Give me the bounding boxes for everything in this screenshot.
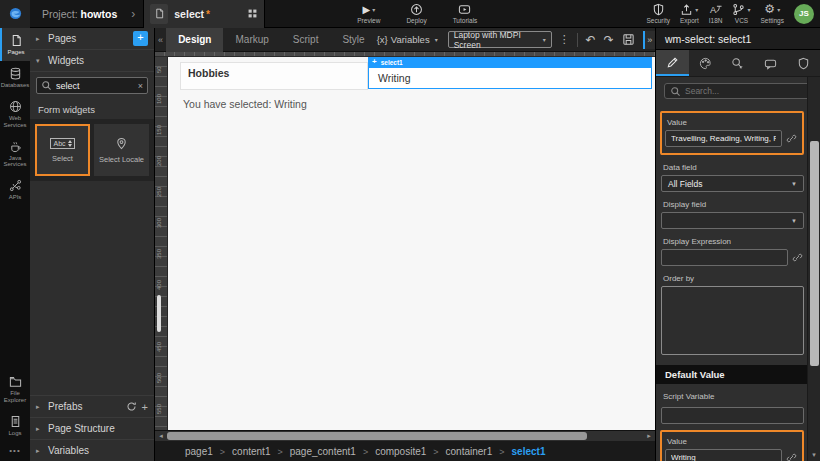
collapse-right-panel-icon[interactable]: »	[643, 31, 655, 49]
order-by-textarea[interactable]	[661, 286, 804, 355]
preview-button[interactable]: ▶▾ Preview	[357, 3, 380, 24]
widget-tile-select-locale[interactable]: Select Locale	[94, 124, 149, 176]
widgets-section-header[interactable]: ▾ Widgets	[30, 50, 154, 72]
device-selector[interactable]: Laptop with MDPI Screen ▾	[448, 31, 552, 48]
breadcrumb-page-content1[interactable]: page_content1	[290, 446, 375, 457]
hobbies-caption[interactable]: Hobbies	[180, 62, 368, 90]
select-widget-icon: Abc	[50, 138, 74, 149]
sidebar-item-pages[interactable]: Pages	[0, 28, 30, 61]
refresh-icon[interactable]	[126, 401, 137, 412]
scrollbar-track[interactable]	[167, 431, 643, 442]
collapse-left-panel-icon[interactable]: «	[155, 35, 166, 45]
properties-tabs	[656, 50, 820, 77]
i18n-button[interactable]: A I18N	[709, 3, 723, 24]
bind-icon[interactable]	[786, 452, 798, 461]
sidebar-item-web-services[interactable]: Web Services	[0, 94, 30, 134]
api-nodes-icon	[9, 179, 22, 192]
variables-dropdown[interactable]: {x} Variables ▾	[377, 34, 438, 45]
add-page-button[interactable]: +	[133, 31, 148, 46]
gear-icon: ⚙	[764, 3, 775, 16]
tab-styles[interactable]	[689, 50, 722, 76]
widget-tile-select[interactable]: Abc Select	[35, 124, 90, 176]
sidebar-item-java-services[interactable]: Java Services	[0, 134, 30, 174]
breadcrumb-container1[interactable]: container1	[446, 446, 512, 457]
page-structure-section-header[interactable]: ▸ Page Structure	[30, 417, 154, 439]
history-controls: ↶ ↷	[586, 33, 635, 47]
value-input[interactable]	[665, 130, 782, 147]
play-icon: ▶	[362, 4, 370, 15]
left-panel-bottom: ▸ Prefabs + ▸ Page Structure ▸ Variables	[30, 395, 154, 461]
tab-script[interactable]: Script	[281, 28, 331, 52]
triangle-right-icon: ▸	[36, 425, 43, 433]
clear-search-icon[interactable]: ×	[138, 81, 143, 91]
scroll-down-arrow[interactable]: ▾	[808, 451, 820, 459]
tab-properties[interactable]	[656, 50, 689, 76]
tab-messages[interactable]	[754, 50, 787, 76]
save-icon[interactable]	[622, 33, 635, 46]
vcs-button[interactable]: ▾ VCS	[732, 3, 750, 24]
chevron-down-icon: ▼	[791, 218, 797, 224]
search-cursor-icon	[731, 57, 744, 70]
page-tab-label: select	[174, 8, 204, 20]
user-avatar[interactable]: JS	[794, 4, 814, 24]
display-field-select[interactable]: ▼	[661, 212, 804, 229]
redo-icon[interactable]: ↷	[604, 33, 614, 47]
select1-widget-value[interactable]: Writing	[368, 67, 652, 89]
folder-icon	[9, 375, 22, 388]
select1-widget-tag[interactable]: + select1	[368, 57, 652, 67]
default-value-section-header[interactable]: Default Value	[656, 365, 820, 384]
video-icon	[458, 3, 471, 16]
data-field-label: Data field	[663, 163, 804, 172]
export-button[interactable]: ▾ Export	[680, 3, 699, 24]
breadcrumb-select1[interactable]: select1	[512, 446, 546, 457]
grid-icon[interactable]	[247, 8, 258, 19]
tab-design[interactable]: Design	[166, 28, 223, 52]
settings-button[interactable]: ⚙▾ Settings	[761, 3, 785, 24]
sidebar-item-apis[interactable]: APIs	[0, 173, 30, 206]
security-button[interactable]: Security	[646, 3, 669, 24]
script-variable-input[interactable]	[661, 407, 804, 424]
bind-icon[interactable]	[786, 133, 798, 144]
breadcrumb-page1[interactable]: page1	[185, 446, 232, 457]
canvas-vertical-scrollbar[interactable]	[157, 295, 161, 332]
wavemaker-logo[interactable]	[0, 0, 30, 28]
scrollbar-thumb[interactable]	[167, 432, 587, 440]
tutorials-button[interactable]: Tutorials	[453, 3, 478, 24]
sidebar-item-file-explorer[interactable]: File Explorer	[0, 369, 30, 409]
selected-message: You have selected: Writing	[183, 98, 307, 110]
widget-search-input[interactable]	[56, 81, 134, 91]
pages-section-header[interactable]: ▸ Pages +	[30, 28, 154, 50]
tab-inspect[interactable]	[722, 50, 755, 76]
deploy-button[interactable]: Deploy	[406, 3, 426, 24]
prefabs-section-header[interactable]: ▸ Prefabs +	[30, 395, 154, 417]
properties-search-box	[664, 83, 812, 99]
undo-icon[interactable]: ↶	[586, 33, 596, 47]
translate-icon: A	[709, 3, 722, 16]
default-value-input[interactable]	[665, 449, 782, 461]
tab-style[interactable]: Style	[330, 28, 376, 52]
deploy-icon	[410, 3, 423, 16]
properties-search-input[interactable]	[685, 86, 806, 96]
scroll-left-arrow[interactable]: ◂	[155, 432, 167, 440]
display-expression-input[interactable]	[661, 249, 788, 266]
properties-scrollbar-thumb[interactable]	[810, 141, 819, 366]
tab-security[interactable]	[787, 50, 820, 76]
bind-icon[interactable]	[792, 252, 804, 263]
data-field-select[interactable]: All Fields ▼	[661, 175, 804, 192]
sidebar-item-logs[interactable]: Logs	[0, 409, 30, 442]
breadcrumb-content1[interactable]: content1	[232, 446, 290, 457]
more-options-icon[interactable]: ⋮	[559, 33, 570, 46]
design-canvas[interactable]: Hobbies + select1 Writing You have selec…	[168, 57, 655, 430]
page-tab-select[interactable]: select*	[143, 0, 265, 28]
tab-markup[interactable]: Markup	[223, 28, 280, 52]
svg-text:A: A	[710, 5, 717, 15]
breadcrumb-composite1[interactable]: composite1	[375, 446, 445, 457]
select1-widget[interactable]: + select1 Writing	[368, 57, 652, 89]
add-prefab-button[interactable]: +	[142, 401, 148, 413]
variables-section-header[interactable]: ▸ Variables	[30, 439, 154, 461]
sidebar-item-databases[interactable]: Databases	[0, 61, 30, 94]
rail-more-button[interactable]: •••	[0, 442, 30, 461]
scroll-right-arrow[interactable]: ▸	[643, 432, 655, 440]
project-prefix: Project:	[42, 8, 78, 20]
display-field-label: Display field	[663, 200, 804, 209]
